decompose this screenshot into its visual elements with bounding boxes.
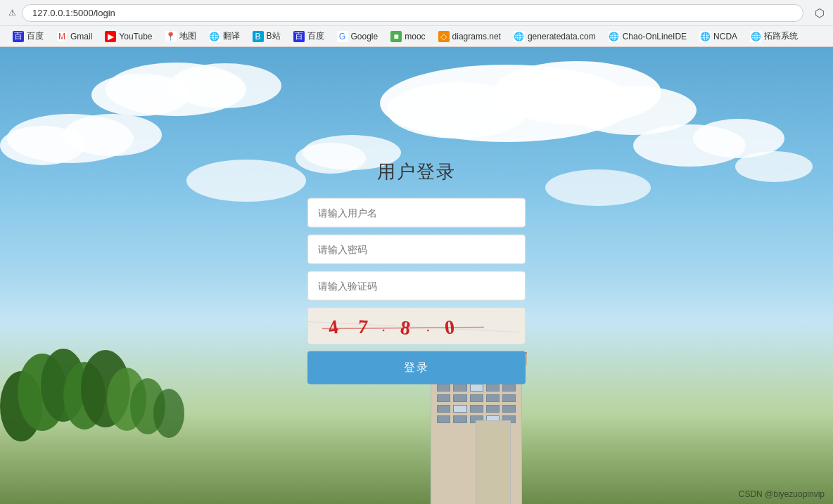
bookmark-item-4[interactable]: 🌐翻译 [203, 28, 246, 44]
window [453, 415, 466, 423]
browser-chrome: ⚠ 127.0.0.1:5000/login ⬡ 百百度MGmail▶YouTu… [0, 0, 833, 47]
bookmark-label-8: mooc [405, 32, 425, 41]
bookmark-label-0: 百度 [27, 30, 44, 42]
bookmark-label-10: generatedata.com [528, 32, 596, 41]
bookmark-item-7[interactable]: GGoogle [331, 29, 384, 44]
bookmark-icon-13: 🌐 [750, 31, 761, 42]
window [453, 394, 466, 402]
window [470, 384, 483, 392]
window [470, 405, 483, 413]
watermark: CSDN @biyezuopinvip [739, 489, 825, 499]
bookmark-label-2: YouTube [119, 32, 152, 41]
window [437, 415, 450, 423]
bookmark-label-1: Gmail [70, 32, 92, 41]
svg-rect-25 [308, 307, 525, 344]
bookmark-label-9: diagrams.net [452, 32, 501, 41]
bookmark-label-3: 地图 [179, 30, 196, 42]
bookmark-icon-7: G [337, 31, 348, 42]
address-bar-row: ⚠ 127.0.0.1:5000/login ⬡ [0, 0, 833, 25]
bookmark-item-11[interactable]: 🌐Chao-OnLineIDE [603, 29, 692, 44]
bookmark-item-13[interactable]: 🌐拓路系统 [744, 28, 803, 44]
window [437, 384, 450, 392]
bookmark-item-3[interactable]: 📍地图 [160, 28, 202, 44]
bookmark-item-10[interactable]: 🌐generatedata.com [508, 29, 602, 44]
bookmark-icon-4: 🌐 [209, 31, 220, 42]
svg-text:7: 7 [357, 315, 369, 337]
bookmark-icon-1: M [56, 31, 68, 42]
bookmark-label-11: Chao-OnLineIDE [623, 32, 687, 41]
login-container: 用户登录 4 7 · 8 · 0 [307, 159, 526, 384]
bookmark-icon-10: 🌐 [514, 31, 525, 42]
login-title: 用户登录 [307, 159, 526, 183]
side-building [476, 420, 511, 504]
bookmark-icon-3: 📍 [165, 31, 177, 42]
bookmark-item-8[interactable]: ■mooc [385, 29, 431, 44]
captcha-image[interactable]: 4 7 · 8 · 0 [307, 307, 526, 344]
bookmark-icon-5: B [253, 31, 264, 42]
bookmark-label-13: 拓路系统 [764, 30, 798, 42]
window [486, 394, 500, 402]
bookmark-item-5[interactable]: BB站 [247, 28, 286, 44]
bookmark-icon-9: ◇ [438, 31, 450, 42]
captcha-svg: 4 7 · 8 · 0 [308, 307, 525, 344]
bookmark-icon-0: 百 [13, 31, 24, 42]
username-input[interactable] [307, 198, 526, 227]
bookmark-label-6: 百度 [307, 30, 324, 42]
window [470, 394, 483, 402]
bookmark-icon-8: ■ [390, 31, 402, 42]
bookmark-label-5: B站 [267, 30, 281, 42]
address-text: 127.0.0.1:5000/login [32, 8, 115, 18]
password-input[interactable] [307, 234, 526, 264]
bookmark-item-9[interactable]: ◇diagrams.net [433, 29, 507, 44]
bookmark-icon-11: 🌐 [609, 31, 620, 42]
login-button[interactable]: 登录 [307, 351, 526, 384]
bookmark-icon-6: 百 [293, 31, 305, 42]
bookmarks-bar: 百百度MGmail▶YouTube📍地图🌐翻译BB站百百度GGoogle■moo… [0, 25, 833, 46]
bookmark-icon-2: ▶ [105, 31, 116, 42]
window [502, 384, 516, 392]
window [453, 384, 466, 392]
bookmark-item-12[interactable]: 🌐NCDA [694, 29, 743, 44]
window [437, 394, 450, 402]
bookmark-item-1[interactable]: MGmail [51, 29, 98, 44]
security-icon: ⚠ [8, 8, 16, 18]
bookmark-item-2[interactable]: ▶YouTube [99, 29, 158, 44]
bookmark-item-6[interactable]: 百百度 [288, 28, 330, 44]
bookmark-label-7: Google [351, 32, 379, 41]
window [486, 405, 500, 413]
page-content: 用户登录 4 7 · 8 · 0 [0, 47, 833, 504]
bookmark-icon-12: 🌐 [699, 31, 711, 42]
window [453, 405, 466, 413]
window [486, 384, 500, 392]
login-form: 4 7 · 8 · 0 登录 [307, 198, 526, 384]
captcha-input[interactable] [307, 271, 526, 300]
window [502, 405, 516, 413]
window [502, 394, 516, 402]
share-icon[interactable]: ⬡ [815, 6, 825, 20]
address-bar[interactable]: 127.0.0.1:5000/login [22, 4, 803, 22]
bookmark-item-0[interactable]: 百百度 [7, 28, 49, 44]
window [437, 405, 450, 413]
bookmark-label-4: 翻译 [223, 30, 240, 42]
bookmark-label-12: NCDA [713, 32, 737, 41]
